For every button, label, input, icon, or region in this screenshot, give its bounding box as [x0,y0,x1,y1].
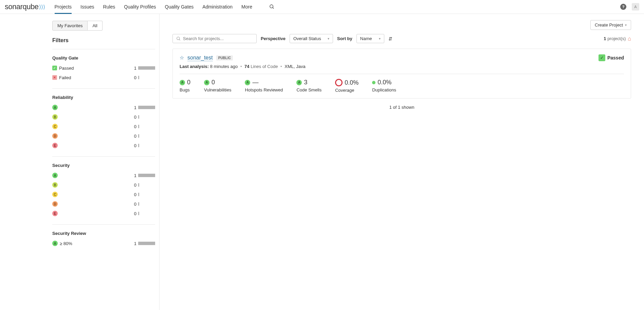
nav-quality-gates[interactable]: Quality Gates [165,0,194,14]
help-icon[interactable]: ? [620,4,626,10]
svg-point-0 [270,5,273,8]
nav-issues[interactable]: Issues [80,0,94,14]
nav-more[interactable]: More [241,0,252,14]
filter-count: 1 [131,105,136,110]
main-content: Create Project ▾ Perspective Overall Sta… [160,14,644,310]
chevron-down-icon: ▾ [625,23,627,27]
check-icon: ✓ [599,54,605,61]
tab-all[interactable]: All [88,21,102,31]
rating-badge: C [52,124,58,129]
filter-row-rating-D[interactable]: D0 [52,133,155,139]
nav-quality-profiles[interactable]: Quality Profiles [124,0,156,14]
filter-row-rating-B[interactable]: B0 [52,182,155,188]
project-search-box[interactable] [172,34,257,43]
filter-row-rating-D[interactable]: D0 [52,201,155,207]
metric-code-smells[interactable]: A 3 Code Smells [296,79,321,93]
metric-label: Coverage [335,88,358,93]
create-project-button[interactable]: Create Project ▾ [590,20,631,30]
metric-value: 3 [304,79,307,86]
filter-label-failed: Failed [59,75,71,80]
metric-value: — [252,79,258,86]
rating-badge: A [52,105,58,110]
filter-row-rating-B[interactable]: B0 [52,114,155,120]
filter-row-rating-A[interactable]: A≥ 80%1 [52,240,155,247]
create-project-label: Create Project [595,22,623,28]
rating-badge: C [52,192,58,197]
filter-count: 0 [131,143,136,148]
filter-count: 0 [131,202,136,207]
sort-label: Sort by [337,36,352,41]
rating-badge: E [52,211,58,216]
filter-row-rating-A[interactable]: A1 [52,104,155,111]
coverage-ring-icon [335,79,343,86]
metric-duplications[interactable]: 0.0% Duplications [372,79,396,93]
filter-section-security: Security A1B0C0D0E0 [52,156,155,224]
svg-line-3 [179,39,180,40]
tab-my-favorites[interactable]: My Favorites [52,21,88,31]
project-name-link[interactable]: sonar_test [187,55,213,61]
metric-label: Vulnerabilities [204,87,231,92]
quality-gate-label: Passed [607,55,624,61]
nav-items: Projects Issues Rules Quality Profiles Q… [55,0,621,14]
top-navbar: sonarqube⟩⟩⟩ Projects Issues Rules Quali… [0,0,644,14]
sort-dropdown[interactable]: Name ▾ [356,34,384,43]
home-icon[interactable]: ⌂ [628,36,631,42]
filter-section-quality-gate: Quality Gate ✓Passed 1 ✕Failed 0 [52,49,155,88]
filter-count: 0 [131,134,136,139]
logo[interactable]: sonarqube⟩⟩⟩ [5,2,45,11]
filter-row-rating-C[interactable]: C0 [52,123,155,130]
rating-badge: B [52,114,58,120]
filter-row-rating-E[interactable]: E0 [52,142,155,149]
metric-bugs[interactable]: A 0 Bugs [180,79,190,93]
metric-value: 0.0% [378,79,391,86]
svg-point-2 [177,37,180,39]
rating-badge: A [52,241,58,246]
search-icon [176,36,181,41]
perspective-value: Overall Status [293,36,321,41]
filter-label-passed: Passed [59,66,74,71]
filter-row-rating-A[interactable]: A1 [52,172,155,179]
filter-header-security: Security [52,163,155,168]
favorites-tab-group: My Favorites All [52,21,155,31]
project-count: 1 project(s) ⌂ [604,36,631,42]
avatar[interactable]: A [632,3,639,11]
project-search-input[interactable] [183,36,253,41]
project-meta: Last analysis: 8 minutes ago • 74 Lines … [180,64,624,69]
filter-section-reliability: Reliability A1B0C0D0E0 [52,88,155,156]
nav-projects[interactable]: Projects [55,0,72,14]
filter-count-failed: 0 [131,75,136,80]
filter-section-security-review: Security Review A≥ 80%1 [52,224,155,254]
metric-coverage[interactable]: 0.0% Coverage [335,79,358,93]
rating-badge: A [245,80,250,85]
sort-direction-icon[interactable]: ⇵ [388,36,392,41]
quality-gate-status: ✓ Passed [599,54,624,61]
rating-threshold: ≥ 80% [60,241,72,246]
filter-row-rating-E[interactable]: E0 [52,210,155,217]
rating-badge: D [52,201,58,207]
nav-administration[interactable]: Administration [202,0,233,14]
filter-row-passed[interactable]: ✓Passed 1 [52,65,155,71]
toolbar: Perspective Overall Status ▾ Sort by Nam… [172,34,631,43]
metric-vulnerabilities[interactable]: A 0 Vulnerabilities [204,79,231,93]
perspective-dropdown[interactable]: Overall Status ▾ [290,34,333,43]
metric-label: Bugs [180,87,190,92]
filter-count: 1 [131,173,136,178]
chevron-down-icon: ▾ [328,37,329,40]
filters-title: Filters [52,37,155,44]
filter-row-rating-C[interactable]: C0 [52,191,155,198]
filter-header-reliability: Reliability [52,95,155,100]
rating-badge: E [52,143,58,148]
rating-badge: A [180,80,185,85]
chevron-down-icon: ▾ [379,37,381,40]
metric-value: 0.0% [345,79,358,86]
passed-icon: ✓ [52,66,57,70]
favorite-star-icon[interactable]: ☆ [180,55,184,61]
metric-hotspots[interactable]: A — Hotspots Reviewed [245,79,283,93]
filter-count: 0 [131,211,136,216]
search-icon[interactable] [269,4,275,10]
metric-label: Code Smells [296,87,321,92]
visibility-badge: PUBLIC [216,55,233,61]
nav-rules[interactable]: Rules [103,0,115,14]
filter-row-failed[interactable]: ✕Failed 0 [52,74,155,81]
filter-count: 0 [131,183,136,188]
